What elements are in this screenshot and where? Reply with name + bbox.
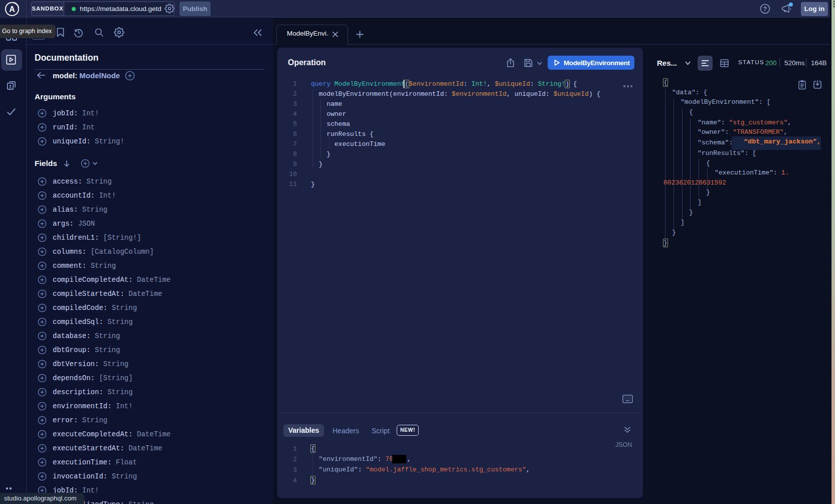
svg-text:?: ? bbox=[763, 6, 767, 13]
svg-text:A: A bbox=[9, 5, 15, 14]
